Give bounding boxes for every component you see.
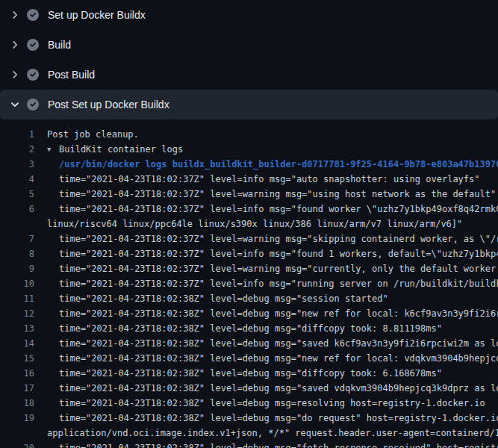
log-line-text: time="2021-04-23T18:02:38Z" level=debug …: [59, 306, 498, 321]
log-line-text: time="2021-04-23T18:02:37Z" level=info m…: [59, 276, 498, 291]
chevron-right-icon: [9, 9, 21, 21]
log-line: 12time="2021-04-23T18:02:38Z" level=debu…: [0, 306, 498, 321]
log-line-text: time="2021-04-23T18:02:38Z" level=debug …: [59, 396, 485, 411]
log-line-number[interactable]: 5: [0, 187, 34, 202]
log-line: 20time="2021-04-23T18:02:38Z" level=debu…: [0, 441, 498, 448]
log-line: 1Post job cleanup.: [0, 127, 498, 142]
log-line-text: linux/riscv64 linux/ppc64le linux/s390x …: [47, 217, 462, 231]
log-line-number: [0, 217, 34, 231]
step-row-setup-docker-buildx[interactable]: Set up Docker Buildx: [0, 0, 498, 30]
log-line: 14time="2021-04-23T18:02:38Z" level=debu…: [0, 336, 498, 351]
log-line-text: time="2021-04-23T18:02:37Z" level=warnin…: [59, 231, 498, 246]
chevron-right-icon: [9, 69, 21, 81]
log-line: 18time="2021-04-23T18:02:38Z" level=debu…: [0, 396, 498, 411]
log-line-text: time="2021-04-23T18:02:37Z" level=info m…: [59, 202, 498, 217]
log-line-text: time="2021-04-23T18:02:38Z" level=debug …: [59, 411, 498, 426]
log-line-text: time="2021-04-23T18:02:37Z" level=warnin…: [59, 261, 498, 276]
step-label: Post Set up Docker Buildx: [48, 99, 169, 111]
step-label: Build: [48, 39, 71, 51]
log-line-text: time="2021-04-23T18:02:38Z" level=debug …: [59, 336, 498, 351]
log-line-text: time="2021-04-23T18:02:38Z" level=debug …: [59, 321, 442, 336]
log-line-number[interactable]: 20: [0, 441, 34, 448]
log-line: 15time="2021-04-23T18:02:38Z" level=debu…: [0, 351, 498, 366]
log-line: 3/usr/bin/docker logs buildx_buildkit_bu…: [0, 157, 498, 172]
log-line: 17time="2021-04-23T18:02:38Z" level=debu…: [0, 381, 498, 396]
log-line-number[interactable]: 10: [0, 276, 34, 291]
log-line: 19time="2021-04-23T18:02:38Z" level=debu…: [0, 411, 498, 426]
log-line-number[interactable]: 19: [0, 411, 34, 426]
step-list: Set up Docker Buildx Build Post Build Po…: [0, 0, 498, 119]
check-circle-icon: [27, 39, 39, 51]
log-line-text: time="2021-04-23T18:02:38Z" level=debug …: [59, 441, 498, 448]
log-line-text: time="2021-04-23T18:02:38Z" level=debug …: [59, 381, 498, 396]
log-line-number[interactable]: 2: [0, 142, 34, 157]
log-line-wrap: linux/riscv64 linux/ppc64le linux/s390x …: [0, 217, 498, 231]
step-label: Set up Docker Buildx: [48, 9, 146, 21]
log-line-text: time="2021-04-23T18:02:38Z" level=debug …: [59, 366, 442, 381]
log-line-number[interactable]: 16: [0, 366, 34, 381]
log-line-number[interactable]: 18: [0, 396, 34, 411]
log-line-number[interactable]: 15: [0, 351, 34, 366]
log-line-number[interactable]: 4: [0, 172, 34, 187]
group-collapse-triangle-icon[interactable]: ▼: [47, 142, 59, 157]
log-line: 10time="2021-04-23T18:02:37Z" level=info…: [0, 276, 498, 291]
log-line: 8time="2021-04-23T18:02:37Z" level=info …: [0, 246, 498, 261]
step-row-post-setup-docker-buildx[interactable]: Post Set up Docker Buildx: [0, 90, 498, 119]
log-line-number[interactable]: 3: [0, 157, 34, 172]
log-line: 13time="2021-04-23T18:02:38Z" level=debu…: [0, 321, 498, 336]
log-line-text: time="2021-04-23T18:02:37Z" level=warnin…: [59, 187, 496, 202]
log-line: 9time="2021-04-23T18:02:37Z" level=warni…: [0, 261, 498, 276]
log-line-number[interactable]: 13: [0, 321, 34, 336]
log-line-number[interactable]: 6: [0, 202, 34, 217]
log-line-number[interactable]: 9: [0, 261, 34, 276]
log-line-text: time="2021-04-23T18:02:38Z" level=debug …: [59, 291, 388, 306]
log-viewer: 1Post job cleanup.2▼BuildKit container l…: [0, 119, 498, 448]
log-line: 2▼BuildKit container logs: [0, 142, 498, 157]
log-line-number[interactable]: 12: [0, 306, 34, 321]
check-circle-icon: [27, 69, 39, 81]
step-row-post-build[interactable]: Post Build: [0, 60, 498, 90]
log-line-number[interactable]: 17: [0, 381, 34, 396]
log-line-text: time="2021-04-23T18:02:37Z" level=info m…: [59, 246, 498, 261]
log-line: 11time="2021-04-23T18:02:38Z" level=debu…: [0, 291, 498, 306]
log-line: 4time="2021-04-23T18:02:37Z" level=info …: [0, 172, 498, 187]
log-line-text: BuildKit container logs: [59, 142, 183, 157]
log-line-number[interactable]: 7: [0, 231, 34, 246]
chevron-down-icon: [9, 99, 21, 111]
log-line-number[interactable]: 8: [0, 246, 34, 261]
log-line-number[interactable]: 14: [0, 336, 34, 351]
step-label: Post Build: [48, 69, 95, 81]
log-line: 16time="2021-04-23T18:02:38Z" level=debu…: [0, 366, 498, 381]
log-line: 6time="2021-04-23T18:02:37Z" level=info …: [0, 202, 498, 217]
log-line-number: [0, 426, 34, 441]
check-circle-icon: [27, 99, 39, 111]
chevron-right-icon: [9, 39, 21, 51]
log-line: 7time="2021-04-23T18:02:37Z" level=warni…: [0, 231, 498, 246]
log-command-text: /usr/bin/docker logs buildx_buildkit_bui…: [59, 157, 498, 172]
check-circle-icon: [27, 9, 39, 21]
log-line-number[interactable]: 11: [0, 291, 34, 306]
log-line: 5time="2021-04-23T18:02:37Z" level=warni…: [0, 187, 498, 202]
log-line-text: Post job cleanup.: [47, 127, 139, 142]
log-line-wrap: application/vnd.oci.image.index.v1+json,…: [0, 426, 498, 441]
step-row-build[interactable]: Build: [0, 30, 498, 60]
log-line-text: application/vnd.oci.image.index.v1+json,…: [47, 426, 498, 441]
log-line-number[interactable]: 1: [0, 127, 34, 142]
log-line-text: time="2021-04-23T18:02:37Z" level=info m…: [59, 172, 480, 187]
log-line-text: time="2021-04-23T18:02:38Z" level=debug …: [59, 351, 498, 366]
